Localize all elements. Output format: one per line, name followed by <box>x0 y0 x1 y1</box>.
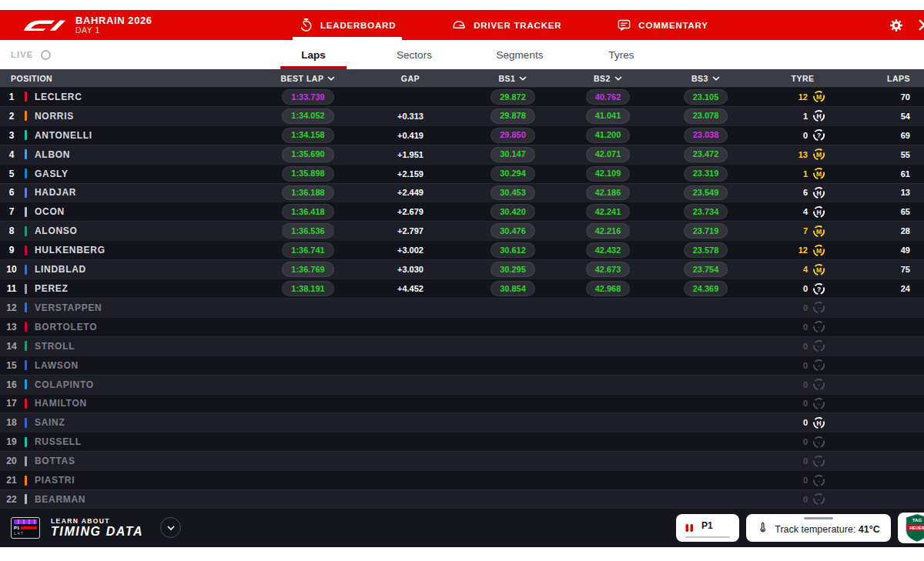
bs3-pill: 23.734 <box>684 204 728 219</box>
leaderboard-row[interactable]: 8 ALONSO 1:36.536 +2.797 30.476 42.216 2… <box>0 221 924 240</box>
driver-cell: 3 ANTONELLI <box>0 126 262 145</box>
bs2-pill: 42.968 <box>586 281 631 296</box>
tyre-stint-count: 0 <box>791 284 808 293</box>
svg-text:?: ? <box>817 285 821 292</box>
position-number: 19 <box>3 436 20 447</box>
tyre-stint-count: 12 <box>791 245 808 255</box>
leaderboard-row[interactable]: 13 BORTOLETO 0 - <box>0 317 924 336</box>
bs1-cell: 30.294 <box>467 166 559 182</box>
driver-cell: 22 BEARMAN <box>0 490 262 509</box>
position-number: 3 <box>3 130 20 141</box>
leaderboard-row[interactable]: 7 OCON 1:36.418 +2.679 30.420 42.241 23.… <box>0 202 924 221</box>
timing-icon-row: P1 <box>14 526 37 530</box>
tab-laps[interactable]: Laps <box>301 40 326 69</box>
bs3-cell: 23.038 <box>657 128 755 143</box>
tyre-cell: 0 - <box>755 474 851 487</box>
leaderboard-row[interactable]: 19 RUSSELL 0 - <box>0 432 924 451</box>
team-color-bar <box>25 188 27 198</box>
leaderboard-row[interactable]: 18 SAINZ 0 H <box>0 412 924 432</box>
tyre-cell: 0 - <box>755 339 851 352</box>
live-toggle[interactable]: LIVE <box>11 40 51 69</box>
nav-driver-tracker[interactable]: DRIVER TRACKER <box>451 18 561 33</box>
track-temperature-card[interactable]: Track temperature: 41°C <box>746 514 891 542</box>
expand-panel-button[interactable] <box>160 517 181 538</box>
header-actions <box>889 18 924 33</box>
leaderboard-row[interactable]: 14 STROLL 0 - <box>0 336 924 356</box>
leaderboard-row[interactable]: 17 HAMILTON 0 - <box>0 394 924 413</box>
svg-text:?: ? <box>817 132 821 139</box>
bs2-cell: 42.186 <box>559 185 657 201</box>
gap-value: +0.419 <box>354 131 467 140</box>
leaderboard-row[interactable]: 4 ALBON 1:35.690 +1.951 30.147 42.071 23… <box>0 145 924 164</box>
leaderboard-row[interactable]: 15 LAWSON 0 - <box>0 356 924 375</box>
position-number: 12 <box>3 302 20 313</box>
bs3-pill: 23.105 <box>684 89 728 105</box>
svg-text:H: H <box>816 112 821 120</box>
bs3-pill: 23.472 <box>684 147 728 162</box>
tyre-stint-count: 4 <box>791 207 808 216</box>
session-badge-card[interactable]: P1 <box>676 514 739 542</box>
best-lap-cell: 1:34.158 <box>262 128 354 143</box>
team-color-bar <box>25 456 27 466</box>
position-number: 6 <box>3 187 20 198</box>
svg-text:TAG: TAG <box>912 517 922 523</box>
tyre-icon: - <box>812 493 825 506</box>
team-color-bar <box>25 111 27 121</box>
tab-segments[interactable]: Segments <box>497 40 544 69</box>
close-icon[interactable] <box>918 18 924 32</box>
track-temperature-text: Track temperature: 41°C <box>775 524 880 535</box>
bs3-pill: 23.719 <box>684 223 728 239</box>
best-lap-pill: 1:36.188 <box>282 185 333 201</box>
leaderboard-row[interactable]: 1 LECLERC 1:33.739 29.872 40.762 23.105 … <box>0 87 924 106</box>
laps-value: 75 <box>851 265 924 274</box>
leaderboard-row[interactable]: 22 BEARMAN 0 - <box>0 489 924 509</box>
nav-label: LEADERBOARD <box>320 21 396 30</box>
position-number: 1 <box>3 92 20 102</box>
nav-leaderboard[interactable]: LEADERBOARD <box>299 18 396 33</box>
leaderboard-row[interactable]: 20 BOTTAS 0 - <box>0 451 924 470</box>
leaderboard-row[interactable]: 16 COLAPINTO 0 - <box>0 375 924 394</box>
driver-cell: 2 NORRIS <box>0 107 262 125</box>
gap-value: +1.951 <box>354 150 467 159</box>
leaderboard-row[interactable]: 9 HULKENBERG 1:36.741 +3.002 30.612 42.4… <box>0 240 924 259</box>
column-header-bs2[interactable]: BS2 <box>559 74 657 83</box>
team-color-bar <box>25 399 27 409</box>
bs3-cell: 23.078 <box>657 109 755 124</box>
svg-text:-: - <box>818 342 820 350</box>
leaderboard-row[interactable]: 12 VERSTAPPEN 0 - <box>0 298 924 317</box>
svg-text:M: M <box>816 265 822 273</box>
column-header-bs3[interactable]: BS3 <box>657 74 755 83</box>
leaderboard-row[interactable]: 21 PIASTRI 0 - <box>0 470 924 489</box>
driver-cell: 14 STROLL <box>0 337 262 356</box>
bs2-cell: 41.200 <box>559 128 657 143</box>
leaderboard-row[interactable]: 6 HADJAR 1:36.188 +2.449 30.453 42.186 2… <box>0 183 924 202</box>
svg-text:-: - <box>818 400 820 408</box>
commentary-icon <box>617 18 631 32</box>
leaderboard-row[interactable]: 3 ANTONELLI 1:34.158 +0.419 29.850 41.20… <box>0 125 924 145</box>
leaderboard-row[interactable]: 5 GASLY 1:35.898 +2.159 30.294 42.109 23… <box>0 164 924 183</box>
svg-text:H: H <box>816 419 821 426</box>
position-number: 9 <box>3 245 20 255</box>
bs2-cell: 42.109 <box>559 166 657 182</box>
tab-tyres[interactable]: Tyres <box>608 40 634 69</box>
leaderboard-row[interactable]: 11 PEREZ 1:38.191 +4.452 30.854 42.968 2… <box>0 279 924 298</box>
column-header-best-lap[interactable]: BEST LAP <box>262 74 354 83</box>
best-lap-pill: 1:33.739 <box>282 89 333 105</box>
tyre-cell: 4 H <box>755 205 851 219</box>
best-lap-pill: 1:35.690 <box>282 147 333 162</box>
bs3-pill: 23.578 <box>684 242 728 258</box>
tab-sectors[interactable]: Sectors <box>397 40 432 69</box>
sort-chevron-icon <box>519 76 527 81</box>
leaderboard-row[interactable]: 2 NORRIS 1:34.052 +0.313 29.878 41.041 2… <box>0 106 924 125</box>
column-header-bs1[interactable]: BS1 <box>467 74 559 83</box>
driver-name: BEARMAN <box>35 494 85 505</box>
nav-commentary[interactable]: COMMENTARY <box>617 18 708 33</box>
settings-icon[interactable] <box>889 18 904 33</box>
bs1-cell: 29.872 <box>467 89 559 105</box>
driver-name: HADJAR <box>35 187 76 198</box>
helmet-icon <box>451 18 467 33</box>
leaderboard-row[interactable]: 10 LINDBLAD 1:36.769 +3.030 30.295 42.67… <box>0 259 924 279</box>
bs2-pill: 42.432 <box>586 242 631 258</box>
svg-text:H: H <box>816 209 821 216</box>
laps-value: 55 <box>851 150 924 159</box>
